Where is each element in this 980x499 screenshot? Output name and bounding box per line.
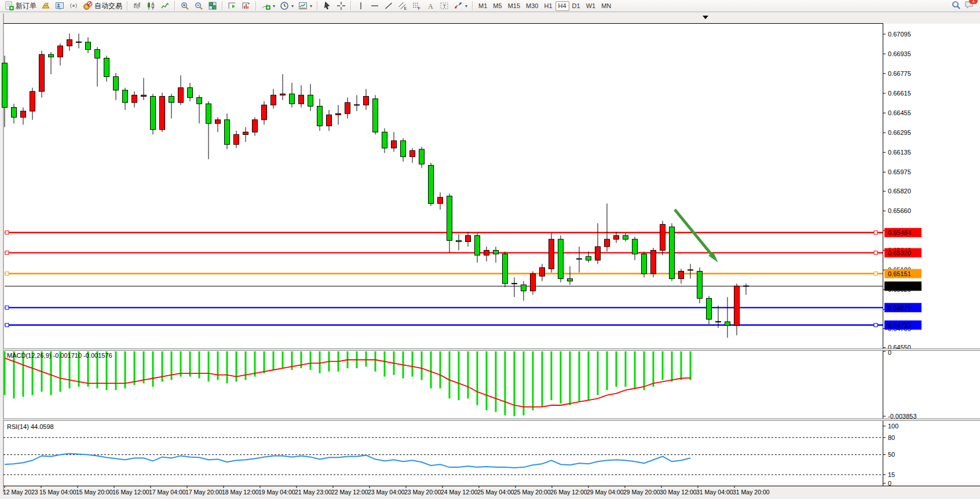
- price-axis-label: 0.66455: [888, 109, 911, 116]
- time-axis-label: 23 May 20:00: [404, 489, 441, 496]
- time-axis-label: 31 May 04:00: [696, 489, 733, 496]
- fibonacci-button[interactable]: F: [409, 0, 423, 12]
- signal-button[interactable]: [67, 0, 81, 12]
- line-chart-button[interactable]: [158, 0, 172, 12]
- gold-symbol-button[interactable]: [39, 0, 53, 12]
- time-axis-label: 21 May 23:00: [295, 489, 332, 496]
- autotrading-button[interactable]: 自动交易: [81, 0, 125, 12]
- cursor-button[interactable]: [320, 0, 334, 12]
- new-order-button[interactable]: 新订单: [2, 0, 39, 12]
- plot-background: [3, 24, 980, 486]
- text-button[interactable]: A: [423, 0, 437, 12]
- bear-candle: [558, 236, 564, 282]
- bear-candle: [503, 252, 508, 288]
- macd-axis-max: 0: [888, 349, 891, 356]
- bear-candle: [670, 223, 675, 281]
- line-handle[interactable]: [874, 324, 877, 327]
- crosshair-icon: [337, 1, 346, 10]
- line-handle[interactable]: [874, 272, 877, 276]
- price-label-text: 0.64733: [888, 322, 911, 329]
- profile-next-button[interactable]: [225, 0, 239, 12]
- time-axis-label: 23 May 04:00: [368, 489, 405, 496]
- zoom-out-button[interactable]: [192, 0, 206, 12]
- rsi-axis-label: 15: [888, 471, 895, 478]
- time-axis-label: 17 May 04:00: [149, 489, 186, 496]
- tile-windows-button[interactable]: [206, 0, 220, 12]
- line-chart-icon: [160, 1, 170, 10]
- gold-symbol-icon: [41, 1, 50, 10]
- time-axis-label: 15 May 20:00: [76, 489, 113, 496]
- timeframe-button-m5[interactable]: M5: [490, 1, 504, 11]
- cursor-icon: [323, 1, 332, 10]
- trendline-icon: [384, 1, 393, 10]
- market-watch-button[interactable]: [53, 0, 67, 12]
- bar-chart-button[interactable]: [130, 0, 144, 12]
- timeframe-button-w1[interactable]: W1: [583, 1, 599, 11]
- timeframe-button-mn[interactable]: MN: [598, 1, 614, 11]
- text-label-icon: T: [440, 1, 449, 10]
- timeframe-button-h4[interactable]: H4: [555, 1, 569, 11]
- rsi-axis-label: 80: [888, 434, 895, 441]
- price-axis-label: 0.65820: [888, 188, 911, 195]
- chat-button[interactable]: 1: [964, 0, 974, 12]
- price-label-text: 0.65049: [888, 283, 911, 290]
- bear-candle: [151, 94, 156, 134]
- line-handle[interactable]: [5, 251, 9, 255]
- time-axis-label: 22 May 12:00: [331, 489, 368, 496]
- trendline-button[interactable]: [382, 0, 396, 12]
- toolbar-separator: [255, 1, 257, 10]
- hline-icon: [370, 1, 379, 10]
- timeframe-button-d1[interactable]: D1: [569, 1, 583, 11]
- bar-chart-icon: [133, 1, 142, 10]
- bull-candle: [160, 93, 165, 132]
- chevron-down-icon[interactable]: ▾: [310, 3, 312, 9]
- time-axis-label: 29 May 04:00: [587, 489, 624, 496]
- period-clock-button[interactable]: ▾: [277, 0, 296, 12]
- toolbar-separator: [127, 1, 128, 10]
- timeframe-button-m1[interactable]: M1: [476, 1, 490, 11]
- text-label-button[interactable]: T: [437, 0, 451, 12]
- bull-candle: [531, 271, 536, 295]
- zoom-out-icon: [194, 1, 203, 10]
- vline-button[interactable]: [354, 0, 368, 12]
- equidistant-channel-button[interactable]: E: [396, 0, 409, 12]
- timeframe-button-m30[interactable]: M30: [523, 1, 541, 11]
- add-indicator-icon: [261, 1, 270, 10]
- toolbar-separator: [222, 1, 223, 10]
- chart-canvas[interactable]: 0.670950.669350.667750.666150.664550.662…: [0, 12, 980, 499]
- time-axis-label: 30 May 12:00: [660, 489, 697, 496]
- timeframe-button-m15[interactable]: M15: [505, 1, 523, 11]
- price-axis-label: 0.66615: [888, 90, 911, 97]
- line-handle[interactable]: [5, 324, 9, 327]
- line-handle[interactable]: [874, 251, 877, 255]
- price-label-text: 0.65151: [888, 270, 911, 277]
- candlestick-chart-button[interactable]: [144, 0, 158, 12]
- time-axis-label: 12 May 2023: [3, 489, 38, 496]
- search-button[interactable]: [951, 0, 961, 12]
- hline-button[interactable]: [368, 0, 382, 12]
- arrows-button[interactable]: ▾: [451, 0, 470, 12]
- chevron-down-icon[interactable]: ▾: [273, 3, 275, 9]
- line-handle[interactable]: [5, 231, 9, 234]
- profile-bars-button[interactable]: [239, 0, 253, 12]
- chevron-down-icon[interactable]: ▾: [291, 3, 294, 9]
- profile-bars-icon: [242, 1, 251, 10]
- equidistant-channel-icon: E: [398, 1, 407, 10]
- timeframe-button-h1[interactable]: H1: [541, 1, 555, 11]
- line-handle[interactable]: [5, 272, 9, 276]
- line-handle[interactable]: [874, 231, 877, 234]
- zoom-in-button[interactable]: [178, 0, 192, 12]
- time-axis-label: 19 May 04:00: [258, 489, 295, 496]
- chevron-down-icon[interactable]: ▾: [465, 3, 467, 9]
- template-button[interactable]: ▾: [296, 0, 315, 12]
- line-handle[interactable]: [5, 306, 9, 309]
- price-axis-label: 0.66135: [888, 149, 911, 156]
- bull-candle: [660, 221, 665, 255]
- add-indicator-button[interactable]: ▾: [259, 0, 277, 12]
- crosshair-button[interactable]: [334, 0, 348, 12]
- main-toolbar: 新订单自动交易▾▾▾EFAT▾M1M5M15M30H1H4D1W1MN1: [0, 0, 980, 12]
- toolbar-button-label: 新订单: [16, 1, 36, 11]
- toolbar-separator: [174, 1, 175, 10]
- time-axis-label: 31 May 20:00: [733, 489, 770, 496]
- time-axis-label: 25 May 04:00: [477, 489, 514, 496]
